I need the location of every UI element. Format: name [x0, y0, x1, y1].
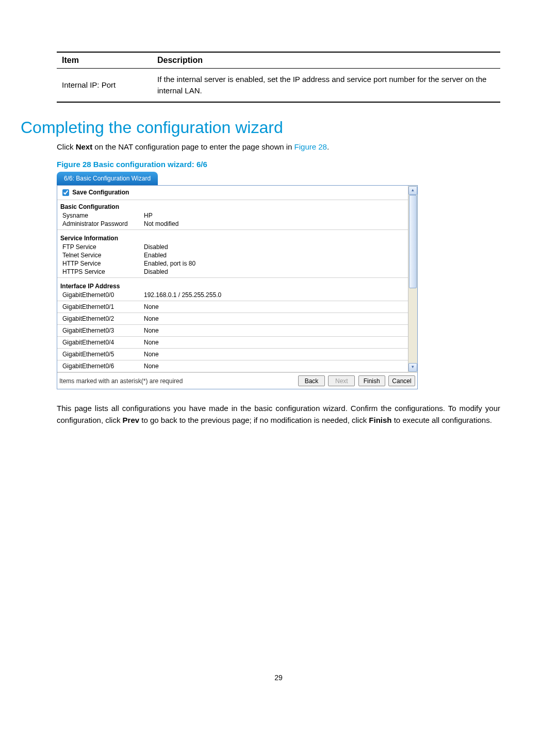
group-service-info: Service Information	[57, 232, 408, 243]
kv-val: None	[144, 351, 405, 358]
required-note: Items marked with an asterisk(*) are req…	[59, 377, 297, 385]
back-button[interactable]: Back	[298, 375, 325, 386]
kv-val: Enabled, port is 80	[144, 260, 405, 267]
table-header-item: Item	[57, 52, 152, 69]
kv-row: GigabitEthernet0/6None	[57, 362, 408, 370]
divider	[57, 324, 408, 325]
kv-row: GigabitEthernet0/3None	[57, 326, 408, 335]
kv-row: GigabitEthernet0/5None	[57, 350, 408, 358]
item-description-table: Item Description Internal IP: Port If th…	[57, 52, 500, 103]
scroll-down-icon[interactable]: ▾	[408, 363, 417, 372]
kv-val: Not modified	[144, 220, 405, 227]
kv-val: Disabled	[144, 268, 405, 275]
figure-caption: Figure 28 Basic configuration wizard: 6/…	[57, 160, 500, 169]
intro-paragraph: Click Next on the NAT configuration page…	[57, 141, 500, 153]
kv-row: GigabitEthernet0/0192.168.0.1 / 255.255.…	[57, 291, 408, 299]
table-cell-description: If the internal server is enabled, set t…	[152, 69, 500, 102]
save-config-label: Save Configuration	[72, 189, 129, 196]
kv-key: GigabitEthernet0/2	[62, 315, 144, 322]
kv-key: Administrator Password	[62, 220, 144, 227]
kv-row: GigabitEthernet0/2None	[57, 315, 408, 323]
figure-link[interactable]: Figure 28	[294, 142, 327, 151]
kv-val: HP	[144, 212, 405, 219]
kv-key: HTTP Service	[62, 260, 144, 267]
divider	[57, 229, 408, 230]
kv-row: Telnet ServiceEnabled	[57, 251, 408, 259]
kv-key: GigabitEthernet0/0	[62, 291, 144, 299]
kv-row: HTTP ServiceEnabled, port is 80	[57, 259, 408, 268]
next-button: Next	[328, 375, 355, 386]
cancel-button[interactable]: Cancel	[388, 375, 415, 386]
scrollbar-track[interactable]	[408, 195, 417, 363]
page-number: 29	[57, 673, 500, 702]
divider	[57, 313, 408, 313]
kv-val: Enabled	[144, 252, 405, 259]
group-basic-config: Basic Configuration	[57, 200, 408, 211]
kv-val: Disabled	[144, 243, 405, 251]
table-header-description: Description	[152, 52, 500, 69]
outro-paragraph: This page lists all configurations you h…	[57, 403, 500, 426]
save-config-row: Save Configuration	[57, 186, 408, 200]
text: Click	[57, 142, 76, 151]
kv-val: None	[144, 327, 405, 334]
bold-prev: Prev	[123, 416, 140, 424]
kv-key: HTTPS Service	[62, 268, 144, 275]
scroll-up-icon[interactable]: ▴	[408, 186, 417, 195]
kv-val: 192.168.0.1 / 255.255.255.0	[144, 291, 405, 299]
save-config-checkbox[interactable]	[62, 189, 69, 196]
finish-button[interactable]: Finish	[358, 375, 385, 386]
kv-row: GigabitEthernet0/1None	[57, 303, 408, 311]
kv-row: HTTPS ServiceDisabled	[57, 268, 408, 276]
kv-val: None	[144, 315, 405, 322]
kv-key: GigabitEthernet0/6	[62, 363, 144, 370]
divider	[57, 277, 408, 278]
wizard-pane: Save Configuration Basic Configuration S…	[57, 185, 418, 389]
scrollbar-thumb[interactable]	[409, 195, 417, 288]
kv-key: GigabitEthernet0/1	[62, 303, 144, 310]
kv-key: FTP Service	[62, 243, 144, 251]
section-heading: Completing the configuration wizard	[21, 118, 500, 137]
divider	[57, 336, 408, 337]
bold-finish: Finish	[369, 416, 391, 424]
kv-key: Telnet Service	[62, 252, 144, 259]
kv-val: None	[144, 303, 405, 310]
divider	[57, 348, 408, 349]
bold-next: Next	[76, 142, 93, 151]
text: on the NAT configuration page to enter t…	[92, 142, 294, 151]
kv-key: GigabitEthernet0/3	[62, 327, 144, 334]
kv-row: FTP ServiceDisabled	[57, 243, 408, 251]
divider	[57, 360, 408, 360]
table-cell-item: Internal IP: Port	[57, 69, 152, 102]
text: to execute all configurations.	[392, 416, 492, 424]
group-interface-ip: Interface IP Address	[57, 280, 408, 291]
kv-key: Sysname	[62, 212, 144, 219]
kv-val: None	[144, 339, 405, 346]
text: .	[327, 142, 329, 151]
text: to go back to the previous page; if no m…	[139, 416, 369, 424]
kv-key: GigabitEthernet0/5	[62, 351, 144, 358]
scrollbar[interactable]: ▴ ▾	[408, 186, 417, 372]
wizard-screenshot: 6/6: Basic Configuration Wizard Save Con…	[57, 172, 418, 389]
wizard-scroll-area: Save Configuration Basic Configuration S…	[57, 186, 417, 372]
kv-row: SysnameHP	[57, 211, 408, 220]
wizard-tab[interactable]: 6/6: Basic Configuration Wizard	[57, 172, 158, 185]
kv-key: GigabitEthernet0/4	[62, 339, 144, 346]
kv-row: GigabitEthernet0/4None	[57, 338, 408, 347]
kv-val: None	[144, 363, 405, 370]
wizard-footer: Items marked with an asterisk(*) are req…	[57, 372, 417, 389]
kv-row: Administrator PasswordNot modified	[57, 220, 408, 228]
divider	[57, 301, 408, 301]
table-row: Internal IP: Port If the internal server…	[57, 69, 500, 102]
divider	[57, 372, 408, 372]
